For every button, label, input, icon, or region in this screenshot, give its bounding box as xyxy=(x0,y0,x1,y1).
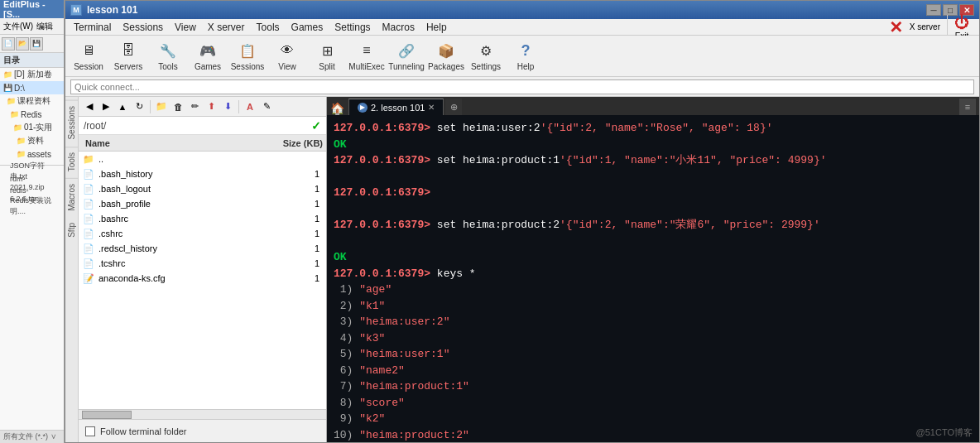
settings-button[interactable]: ⚙ Settings xyxy=(468,38,504,75)
games-icon: 🎮 xyxy=(198,41,218,60)
ep-new-btn[interactable]: 📄 xyxy=(2,37,15,51)
terminal-tab-extra[interactable]: ⊕ xyxy=(445,99,462,115)
tab-label-1: 2. lesson 101 xyxy=(371,103,425,113)
file-item-cshrc[interactable]: 📄 .cshrc 1 xyxy=(79,226,326,241)
ep-dir-item-redis[interactable]: 📁Redis xyxy=(0,108,64,121)
file-refresh-btn[interactable]: ↻ xyxy=(132,99,147,114)
terminal-list-3: 3) "heima:user:2" xyxy=(334,314,973,330)
ep-dir-item-material[interactable]: 📁资料 xyxy=(0,134,64,147)
terminal-list-5: 5) "heima:user:1" xyxy=(334,346,973,363)
view-button[interactable]: 👁 View xyxy=(269,38,305,75)
tools-button[interactable]: 🔧 Tools xyxy=(150,38,186,75)
file-rename-btn[interactable]: ✏ xyxy=(187,99,202,114)
sftp-tab[interactable]: Sftp xyxy=(65,218,78,243)
terminal-line-7: 127.0.0.1:6379> set heima:product:2 '{"i… xyxy=(334,217,973,234)
games-button[interactable]: 🎮 Games xyxy=(190,38,226,75)
menu-xserver[interactable]: X server xyxy=(203,20,250,35)
tools-tab[interactable]: Tools xyxy=(65,147,78,176)
terminal-line-keys: 127.0.0.1:6379> keys * xyxy=(334,266,973,282)
file-item-parent[interactable]: 📁 .. xyxy=(79,152,326,166)
file-item-bash-logout[interactable]: 📄 .bash_logout 1 xyxy=(79,181,326,196)
menu-help[interactable]: Help xyxy=(421,20,452,35)
ep-save-btn[interactable]: 💾 xyxy=(30,37,43,51)
file-back-btn[interactable]: ◀ xyxy=(82,99,97,114)
quick-connect-input[interactable] xyxy=(70,79,974,94)
menu-terminal[interactable]: Terminal xyxy=(69,20,116,35)
ep-dir-item-coursedata[interactable]: 📁课程资料 xyxy=(0,94,64,108)
terminal-line-ok1: OK xyxy=(334,137,973,153)
path-ok-indicator: ✓ xyxy=(311,119,321,132)
terminal-tab-1[interactable]: ▶ 2. lesson 101 ✕ xyxy=(348,99,444,115)
col-name-header: Name xyxy=(79,138,260,148)
file-delete-btn[interactable]: 🗑 xyxy=(171,99,185,114)
file-icon-bash-profile: 📄 xyxy=(82,197,95,210)
file-upload-btn[interactable]: ⬆ xyxy=(204,99,219,114)
sessions-button[interactable]: 📋 Sessions xyxy=(229,38,266,75)
session-button[interactable]: 🖥 Session xyxy=(70,38,107,75)
follow-terminal-checkbox[interactable] xyxy=(85,426,95,436)
main-window: M lesson 101 ─ □ ✕ Terminal Sessions Vie… xyxy=(65,0,980,443)
menu-tools[interactable]: Tools xyxy=(252,20,285,35)
terminal-split-btn[interactable]: ≡ xyxy=(959,99,976,115)
split-button[interactable]: ⊞ Split xyxy=(309,38,345,75)
sessions-icon: 📋 xyxy=(238,41,257,60)
editplus-sidebar: 目录 📁[D] 新加卷 💾D:\ 📁课程资料 📁Redis 📁01-实用 📁资料… xyxy=(0,53,64,430)
file-text-btn[interactable]: A xyxy=(243,99,257,114)
file-item-tcshrc[interactable]: 📄 .tcshrc 1 xyxy=(79,256,326,271)
session-icon: 🖥 xyxy=(79,41,98,60)
terminal-list-8: 8) "score" xyxy=(334,395,973,412)
file-item-bashrc[interactable]: 📄 .bashrc 1 xyxy=(79,211,326,226)
servers-button[interactable]: 🗄 Servers xyxy=(110,38,147,75)
menu-bar: Terminal Sessions View X server Tools Ga… xyxy=(65,19,979,36)
packages-button[interactable]: 📦 Packages xyxy=(428,38,464,75)
tunneling-button[interactable]: 🔗 Tunneling xyxy=(388,38,425,75)
menu-view[interactable]: View xyxy=(170,20,201,35)
terminal-home-icon: 🏠 xyxy=(330,102,343,115)
tab-close-1[interactable]: ✕ xyxy=(428,103,435,112)
file-icon-bash-logout: 📄 xyxy=(82,182,95,195)
ep-dir-item-newvol[interactable]: 📁[D] 新加卷 xyxy=(0,68,64,81)
follow-terminal-label: Follow terminal folder xyxy=(100,426,187,436)
menu-macros[interactable]: Macros xyxy=(377,20,420,35)
terminal-list-1: 1) "age" xyxy=(334,282,973,298)
terminal-list-2: 2) "k1" xyxy=(334,298,973,315)
menu-sessions[interactable]: Sessions xyxy=(118,20,168,35)
file-edit-btn[interactable]: ✎ xyxy=(259,99,274,114)
ep-dir-item-d[interactable]: 💾D:\ xyxy=(0,81,64,94)
file-scrollbar[interactable] xyxy=(79,409,326,419)
ep-dir-item-01[interactable]: 📁01-实用 xyxy=(0,121,64,134)
scroll-thumb[interactable] xyxy=(82,411,132,419)
xserver-icon[interactable]: ✕ xyxy=(889,17,903,37)
help-button[interactable]: ? Help xyxy=(507,38,544,75)
file-item-bash-history[interactable]: 📄 .bash_history 1 xyxy=(79,166,326,181)
editplus-title: EditPlus - [S... xyxy=(0,0,64,18)
menu-settings[interactable]: Settings xyxy=(329,20,375,35)
file-fwd-btn[interactable]: ▶ xyxy=(98,99,113,114)
file-item-bash-profile[interactable]: 📄 .bash_profile 1 xyxy=(79,196,326,211)
terminal-content[interactable]: 127.0.0.1:6379> set heima:user:2 '{"id":… xyxy=(327,115,979,442)
split-icon: ⊞ xyxy=(317,41,337,60)
window-title: lesson 101 xyxy=(87,4,137,16)
menu-games[interactable]: Games xyxy=(286,20,329,35)
file-item-redscl[interactable]: 📄 .redscl_history 1 xyxy=(79,241,326,256)
toolbar: 🖥 Session 🗄 Servers 🔧 Tools 🎮 Games 📋 Se… xyxy=(65,36,979,77)
file-item-anaconda[interactable]: 📝 anaconda-ks.cfg 1 xyxy=(79,271,326,286)
ep-file-redis-install[interactable]: Redis安装说明.... xyxy=(0,200,64,212)
app-icon: M xyxy=(70,4,82,16)
file-panel: ◀ ▶ ▲ ↻ 📁 🗑 ✏ ⬆ ⬇ A ✎ /root/ ✓ N xyxy=(79,97,327,442)
ep-open-btn[interactable]: 📂 xyxy=(16,37,29,51)
ep-dir-item-assets[interactable]: 📁assets xyxy=(0,147,64,161)
editplus-menu-edit[interactable]: 编辑 xyxy=(35,21,55,32)
sessions-tab[interactable]: Sessions xyxy=(65,100,78,145)
multiexec-button[interactable]: ≡ MultiExec xyxy=(348,38,385,75)
ep-statusbar: 所有文件 (*.*) ∨ xyxy=(0,430,64,443)
file-download-btn[interactable]: ⬇ xyxy=(220,99,235,114)
macros-tab[interactable]: Macros xyxy=(65,178,78,216)
xserver-label: X server xyxy=(910,22,940,31)
file-list-header: Name Size (KB) xyxy=(79,135,326,152)
terminal-line-blank3 xyxy=(334,234,973,250)
file-up-btn[interactable]: ▲ xyxy=(115,99,130,114)
file-new-dir-btn[interactable]: 📁 xyxy=(154,99,169,114)
servers-icon: 🗄 xyxy=(118,41,138,60)
editplus-menu-file[interactable]: 文件(W) xyxy=(2,21,35,32)
